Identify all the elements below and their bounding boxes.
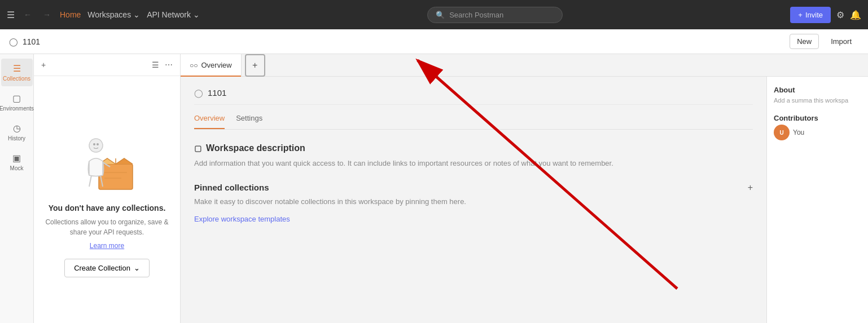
api-network-dropdown[interactable]: API Network ⌄ (147, 10, 200, 19)
workspace-header-icon: ◯ (194, 89, 203, 98)
pinned-title: Pinned collections (194, 183, 269, 192)
workspace-header: ◯ 1101 (194, 88, 753, 105)
main-layout: ☰ Collections ▢ Environments ◷ History ▣… (0, 54, 868, 323)
user-icon: ◯ (9, 37, 18, 46)
sub-tabs: Overview Settings (194, 114, 753, 130)
home-link[interactable]: Home (60, 10, 81, 19)
sidebar-item-environments[interactable]: ▢ Environments (1, 89, 33, 116)
contributors-title: Contributors (774, 114, 861, 122)
explore-templates-link[interactable]: Explore workspace templates (194, 215, 290, 223)
svg-line-9 (89, 175, 91, 187)
about-section: About Add a summa this workspa (774, 86, 861, 105)
invite-button[interactable]: + Invite (790, 7, 831, 23)
about-title: About (774, 86, 861, 94)
collections-icon: ☰ (13, 63, 21, 74)
content-area: ○○ Overview + ◯ 1101 Overview (181, 54, 868, 323)
history-icon: ◷ (13, 123, 21, 134)
svg-point-6 (97, 143, 99, 145)
add-collection-button[interactable]: + (40, 59, 47, 71)
workspace-name: 1101 (23, 37, 40, 46)
search-icon: 🔍 (436, 11, 445, 19)
plus-icon: + (252, 60, 257, 70)
tab-content: ◯ 1101 Overview Settings ▢ Workspace des… (181, 77, 868, 323)
empty-title: You don't have any collections. (49, 203, 166, 213)
learn-more-link[interactable]: Learn more (90, 242, 124, 250)
dropdown-chevron-icon: ⌄ (134, 264, 140, 272)
pinned-section: Pinned collections + Make it easy to dis… (194, 183, 753, 223)
svg-point-5 (93, 143, 95, 145)
overview-icon: ○○ (190, 61, 198, 69)
contributors-section: Contributors U You (774, 114, 861, 140)
forward-arrow[interactable]: → (41, 8, 53, 21)
search-bar[interactable]: 🔍 Search Postman (427, 7, 563, 23)
about-description: Add a summa this workspa (774, 96, 861, 105)
workspaces-dropdown[interactable]: Workspaces ⌄ (87, 10, 140, 19)
workspace-header-name: 1101 (208, 88, 226, 98)
description-section: ▢ Workspace description Add information … (194, 143, 753, 169)
more-options-button[interactable]: ⋯ (163, 59, 174, 71)
add-tab-button[interactable]: + (245, 54, 265, 77)
secondbar: ◯ 1101 New Import (0, 29, 868, 54)
pin-add-button[interactable]: + (748, 183, 753, 193)
sidebar-item-mock[interactable]: ▣ Mock (1, 148, 33, 176)
collections-panel: + ☰ ⋯ (34, 54, 181, 323)
sub-tab-overview[interactable]: Overview (194, 114, 225, 129)
settings-icon[interactable]: ⚙ (836, 10, 844, 20)
contributor-name: You (793, 129, 804, 136)
description-title: ▢ Workspace description (194, 143, 753, 153)
right-panel: About Add a summa this workspa Contribut… (766, 77, 868, 323)
description-icon: ▢ (194, 144, 201, 153)
pinned-header: Pinned collections + (194, 183, 753, 193)
icon-sidebar: ☰ Collections ▢ Environments ◷ History ▣… (0, 54, 34, 323)
new-button[interactable]: New (790, 34, 819, 49)
invite-icon: + (798, 11, 803, 19)
svg-point-4 (89, 139, 103, 152)
import-button[interactable]: Import (823, 34, 859, 49)
empty-description: Collections allow you to organize, save … (45, 217, 169, 237)
tab-overview[interactable]: ○○ Overview (181, 54, 242, 77)
environments-label: Environments (0, 105, 34, 112)
mock-label: Mock (10, 165, 24, 171)
sidebar-item-history[interactable]: ◷ History (1, 118, 33, 146)
sidebar-item-collections[interactable]: ☰ Collections (1, 59, 33, 86)
contributor-avatar: U (774, 125, 790, 140)
sub-tab-settings[interactable]: Settings (236, 114, 262, 129)
environments-icon: ▢ (12, 93, 21, 104)
create-collection-button[interactable]: Create Collection ⌄ (64, 259, 150, 277)
empty-illustration (68, 122, 147, 197)
menu-icon[interactable]: ☰ (7, 10, 15, 20)
mock-icon: ▣ (12, 153, 21, 163)
collections-empty-state: You don't have any collections. Collecti… (34, 76, 180, 323)
pinned-description: Make it easy to discover notable collect… (194, 197, 753, 206)
contributors-row: U You (774, 125, 861, 140)
collections-label: Collections (3, 76, 30, 82)
panel-toolbar: + ☰ ⋯ (34, 54, 180, 76)
notifications-icon[interactable]: 🔔 (850, 10, 861, 20)
topbar: ☰ ← → Home Workspaces ⌄ API Network ⌄ 🔍 … (0, 0, 868, 29)
history-label: History (8, 135, 25, 141)
description-text: Add information that you want quick acce… (194, 158, 753, 169)
sort-button[interactable]: ☰ (150, 59, 161, 71)
avatar-initials: U (779, 130, 783, 136)
tab-bar: ○○ Overview + (181, 54, 868, 77)
back-arrow[interactable]: ← (21, 8, 34, 21)
main-content: ◯ 1101 Overview Settings ▢ Workspace des… (181, 77, 766, 323)
search-placeholder: Search Postman (449, 11, 503, 19)
